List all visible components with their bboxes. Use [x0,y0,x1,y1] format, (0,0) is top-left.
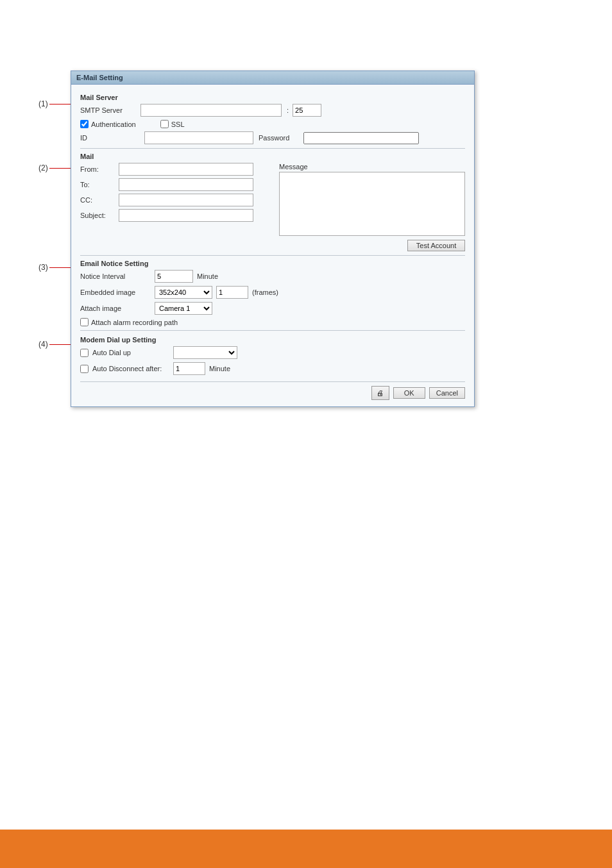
smtp-server-label: SMTP Server [80,106,138,114]
divider-1 [80,148,465,149]
mail-server-section-title: Mail Server [80,94,465,101]
subject-row: Subject: [80,209,273,222]
smtp-server-row: SMTP Server : [80,104,465,117]
printer-icon: 🖨 [377,389,384,397]
authentication-checkbox[interactable] [80,120,89,128]
footer-row: 🖨 OK Cancel [80,381,465,400]
printer-icon-button[interactable]: 🖨 [371,386,389,400]
id-password-row: ID Password [80,131,465,144]
attach-image-row: Attach image Camera 1 Camera 2 Camera 3 [80,302,465,315]
mail-section-title: Mail [80,153,465,160]
embedded-image-row: Embedded image 352x240 704x240 704x480 (… [80,286,465,299]
frames-unit: (frames) [252,288,278,296]
camera-select[interactable]: Camera 1 Camera 2 Camera 3 [155,302,212,315]
auto-dial-row: Auto Dial up [80,346,465,359]
message-textarea[interactable] [279,172,465,236]
notice-interval-input[interactable] [155,270,193,283]
email-notice-section-title: Email Notice Setting [80,260,465,267]
divider-3 [80,330,465,331]
password-label: Password [259,134,303,142]
modem-section-title: Modem Dial up Setting [80,336,465,344]
subject-label: Subject: [80,212,119,219]
ssl-checkbox[interactable] [160,120,169,128]
cc-row: CC: [80,194,273,206]
auto-dialup-checkbox[interactable] [80,349,89,357]
cc-input[interactable] [119,194,253,206]
port-separator: : [287,106,289,114]
to-label: To: [80,181,119,188]
from-label: From: [80,165,119,173]
from-input[interactable] [119,163,253,176]
test-account-row: Test Account [80,240,465,251]
id-label: ID [80,134,144,142]
to-row: To: [80,178,273,191]
test-account-button[interactable]: Test Account [407,240,465,251]
divider-2 [80,255,465,256]
notice-interval-label: Notice Interval [80,272,151,280]
notice-interval-row: Notice Interval Minute [80,270,465,283]
cc-label: CC: [80,196,119,204]
auto-disconnect-label: Auto Disconnect after: [92,365,169,372]
auto-dialup-label: Auto Dial up [92,349,169,356]
subject-input[interactable] [119,209,253,222]
dialog-title: E-Mail Setting [71,71,474,85]
auto-disconnect-row: Auto Disconnect after: Minute [80,362,465,375]
message-label: Message [279,163,465,171]
smtp-server-input[interactable] [140,104,282,117]
auto-disconnect-checkbox[interactable] [80,365,89,373]
attach-alarm-row: Attach alarm recording path [80,318,465,326]
auto-disconnect-input[interactable] [173,362,205,375]
mail-left: From: To: CC: Subject: [80,163,273,236]
from-row: From: [80,163,273,176]
email-settings-dialog: E-Mail Setting Mail Server SMTP Server :… [71,71,475,407]
ok-button[interactable]: OK [393,387,425,399]
to-input[interactable] [119,178,253,191]
auto-dialup-select[interactable] [173,346,237,359]
mail-section: From: To: CC: Subject: [80,163,465,236]
orange-bar [0,830,612,868]
attach-alarm-checkbox[interactable] [80,318,89,326]
attach-image-label: Attach image [80,305,151,312]
attach-alarm-label: Attach alarm recording path [91,319,178,326]
authentication-label: Authentication [91,121,136,128]
cancel-button[interactable]: Cancel [429,387,465,399]
port-input[interactable] [293,104,321,117]
auth-ssl-row: Authentication SSL [80,120,465,128]
id-input[interactable] [144,131,253,144]
password-input[interactable] [303,132,419,144]
auto-disconnect-unit: Minute [209,365,230,372]
frames-input[interactable] [216,286,248,299]
mail-right: Message [279,163,465,236]
embedded-image-label: Embedded image [80,288,151,296]
notice-interval-unit: Minute [197,272,218,280]
ssl-label: SSL [171,121,185,128]
embedded-image-select[interactable]: 352x240 704x240 704x480 [155,286,212,299]
